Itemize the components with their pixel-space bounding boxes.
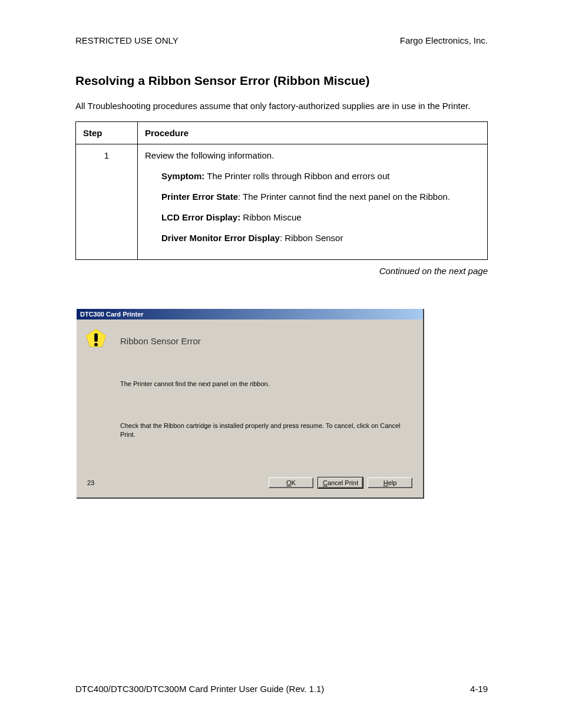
- col-header-procedure: Procedure: [138, 122, 488, 144]
- symptom-text: The Printer rolls through Ribbon and err…: [204, 171, 389, 181]
- page-title: Resolving a Ribbon Sensor Error (Ribbon …: [75, 74, 488, 88]
- footer-title: DTC400/DTC300/DTC300M Card Printer User …: [75, 684, 324, 694]
- procedure-cell: Review the following information. Sympto…: [138, 144, 488, 260]
- dialog-counter: 23: [85, 479, 94, 486]
- ok-button[interactable]: OK: [269, 477, 313, 488]
- help-button[interactable]: Help: [368, 477, 412, 488]
- error-state-label: Printer Error State: [161, 192, 238, 202]
- col-header-step: Step: [76, 122, 138, 144]
- step-number: 1: [76, 144, 138, 260]
- symptom-label: Symptom:: [161, 171, 204, 181]
- dialog-message-2: Check that the Ribbon cartridge is insta…: [120, 421, 412, 440]
- lcd-text: Ribbon Miscue: [240, 212, 301, 222]
- header-company: Fargo Electronics, Inc.: [400, 35, 488, 45]
- help-accelerator: H: [384, 479, 388, 486]
- svg-point-2: [94, 343, 98, 347]
- table-row: 1 Review the following information. Symp…: [76, 144, 488, 260]
- warning-icon: [85, 328, 107, 350]
- dialog-titlebar: DTC300 Card Printer: [77, 309, 423, 319]
- ok-accelerator: O: [286, 479, 292, 486]
- dialog-error-title: Ribbon Sensor Error: [120, 336, 412, 346]
- intro-paragraph: All Troubleshooting procedures assume th…: [75, 100, 488, 112]
- cancel-print-button[interactable]: Cancel Print: [318, 477, 363, 488]
- driver-label: Driver Monitor Error Display: [161, 233, 280, 243]
- error-dialog: DTC300 Card Printer Ribbon Senso: [77, 309, 424, 499]
- driver-text: : Ribbon Sensor: [280, 233, 343, 243]
- error-state-text: : The Printer cannot find the next panel…: [238, 192, 450, 202]
- cancel-rest: ancel Print: [328, 479, 358, 486]
- svg-rect-1: [94, 334, 98, 342]
- lcd-label: LCD Error Display:: [161, 212, 240, 222]
- help-rest: elp: [388, 479, 397, 486]
- continued-note: Continued on the next page: [75, 266, 488, 276]
- ok-rest: K: [292, 479, 296, 486]
- cancel-accelerator: C: [323, 479, 328, 486]
- footer-page-number: 4-19: [470, 684, 488, 694]
- dialog-message-1: The Printer cannot find the next panel o…: [120, 380, 412, 387]
- procedure-table: Step Procedure 1 Review the following in…: [75, 121, 488, 260]
- procedure-lead: Review the following information.: [145, 150, 274, 160]
- header-restricted: RESTRICTED USE ONLY: [75, 35, 178, 45]
